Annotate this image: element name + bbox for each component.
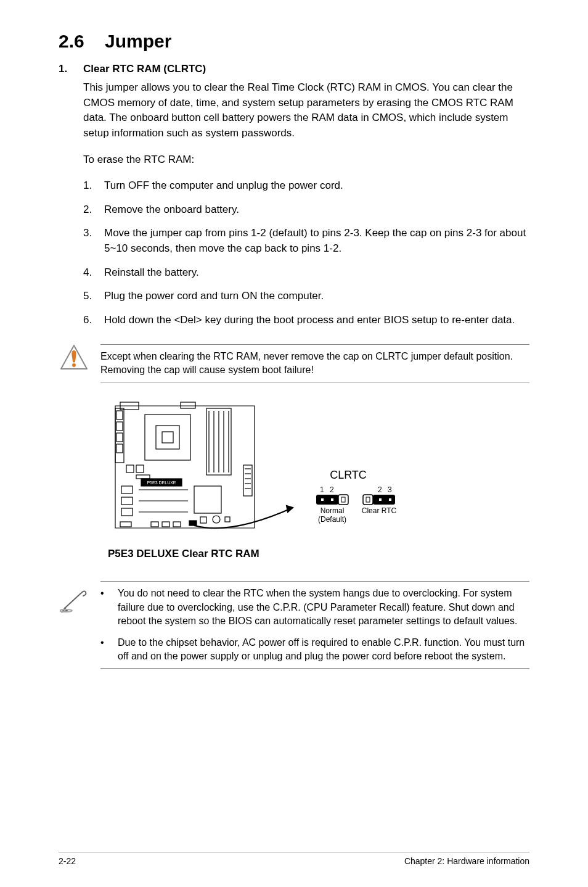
- svg-rect-36: [162, 522, 169, 527]
- note-icon: [59, 581, 89, 613]
- step-text: Remove the onboard battery.: [104, 202, 239, 218]
- svg-text:Normal: Normal: [321, 506, 345, 515]
- svg-text:2: 2: [378, 485, 382, 494]
- svg-rect-35: [151, 522, 158, 527]
- footer-chapter: Chapter 2: Hardware information: [404, 856, 529, 866]
- item-heading-row: 1. Clear RTC RAM (CLRTC): [59, 63, 529, 75]
- board-diagram: P5E3 DELUXE CLRTC 1 2 Normal: [108, 400, 529, 544]
- svg-text:(Default): (Default): [318, 515, 346, 524]
- step-text: Hold down the <Del> key during the boot …: [104, 313, 515, 328]
- step-3: 3.Move the jumper cap from pins 1-2 (def…: [83, 226, 529, 256]
- svg-rect-14: [116, 411, 123, 419]
- svg-rect-49: [331, 498, 333, 501]
- note-callout: •You do not need to clear the RTC when t…: [59, 576, 529, 674]
- item-heading: Clear RTC RAM (CLRTC): [83, 63, 206, 75]
- step-1: 1.Turn OFF the computer and unplug the p…: [83, 178, 529, 194]
- step-5: 5.Plug the power cord and turn ON the co…: [83, 289, 529, 304]
- step-num: 4.: [83, 265, 104, 281]
- steps-list: 1.Turn OFF the computer and unplug the p…: [83, 178, 529, 328]
- svg-rect-19: [136, 465, 144, 472]
- svg-rect-46: [316, 495, 338, 505]
- warning-icon: [59, 344, 89, 370]
- page-footer: 2-22 Chapter 2: Hardware information: [59, 852, 529, 866]
- note-text-block: •You do not need to clear the RTC when t…: [100, 581, 529, 669]
- svg-rect-37: [173, 522, 181, 527]
- note-item-2: •Due to the chipset behavior, AC power o…: [100, 636, 529, 664]
- step-num: 3.: [83, 226, 104, 241]
- footer-page-number: 2-22: [59, 856, 76, 866]
- svg-rect-18: [126, 465, 134, 472]
- step-num: 1.: [83, 178, 104, 194]
- bullet-dot: •: [100, 636, 118, 650]
- svg-point-1: [72, 363, 76, 367]
- item-number: 1.: [59, 63, 83, 75]
- svg-rect-20: [136, 475, 150, 479]
- svg-text:3: 3: [388, 485, 392, 494]
- svg-rect-15: [116, 422, 123, 431]
- svg-rect-17: [116, 444, 123, 453]
- step-num: 2.: [83, 202, 104, 218]
- svg-rect-5: [156, 426, 179, 449]
- svg-rect-40: [225, 517, 230, 522]
- svg-rect-6: [162, 432, 173, 443]
- svg-text:Clear RTC: Clear RTC: [362, 506, 397, 515]
- svg-point-39: [213, 516, 220, 523]
- svg-marker-43: [287, 506, 293, 512]
- step-num: 5.: [83, 289, 104, 304]
- step-text: Turn OFF the computer and unplug the pow…: [104, 178, 343, 194]
- page: 2.6 Jumper 1. Clear RTC RAM (CLRTC) This…: [0, 0, 588, 887]
- note-text: You do not need to clear the RTC when th…: [118, 587, 529, 628]
- step-6: 6.Hold down the <Del> key during the boo…: [83, 313, 529, 328]
- svg-rect-50: [341, 497, 345, 502]
- pins-title-text: CLRTC: [330, 469, 367, 481]
- svg-rect-21: [121, 486, 133, 493]
- svg-rect-23: [121, 508, 133, 516]
- step-num: 6.: [83, 313, 104, 328]
- svg-rect-27: [194, 486, 221, 513]
- svg-rect-3: [181, 402, 195, 408]
- svg-rect-57: [366, 497, 370, 502]
- step-text: Plug the power cord and turn ON the comp…: [104, 289, 324, 304]
- svg-rect-48: [321, 498, 324, 501]
- svg-rect-22: [121, 497, 133, 505]
- svg-rect-28: [243, 465, 252, 496]
- note-text: Due to the chipset behavior, AC power of…: [118, 636, 529, 664]
- svg-rect-59: [389, 498, 391, 501]
- step-4: 4.Reinstall the battery.: [83, 265, 529, 281]
- warning-text: Except when clearing the RTC RAM, never …: [100, 344, 529, 383]
- svg-rect-41: [189, 521, 197, 526]
- item-para-2: To erase the RTC RAM:: [83, 152, 529, 168]
- step-text: Reinstall the battery.: [104, 265, 199, 281]
- diagram-caption: P5E3 DELUXE Clear RTC RAM: [108, 548, 529, 560]
- svg-rect-16: [116, 433, 123, 442]
- board-label-text: P5E3 DELUXE: [147, 481, 176, 485]
- step-2: 2.Remove the onboard battery.: [83, 202, 529, 218]
- svg-rect-58: [379, 498, 382, 501]
- svg-text:2: 2: [330, 485, 334, 494]
- section-name: Jumper: [105, 31, 171, 51]
- svg-rect-38: [200, 517, 206, 523]
- item-para-1: This jumper allows you to clear the Real…: [83, 80, 529, 141]
- svg-text:1: 1: [320, 485, 324, 494]
- section-title: 2.6 Jumper: [59, 31, 529, 52]
- section-number: 2.6: [59, 31, 84, 51]
- warning-callout: Except when clearing the RTC RAM, never …: [59, 339, 529, 388]
- svg-rect-56: [373, 495, 395, 505]
- svg-rect-34: [120, 522, 131, 527]
- svg-rect-4: [145, 415, 190, 460]
- note-item-1: •You do not need to clear the RTC when t…: [100, 587, 529, 628]
- bullet-dot: •: [100, 587, 118, 600]
- step-text: Move the jumper cap from pins 1-2 (defau…: [104, 226, 529, 256]
